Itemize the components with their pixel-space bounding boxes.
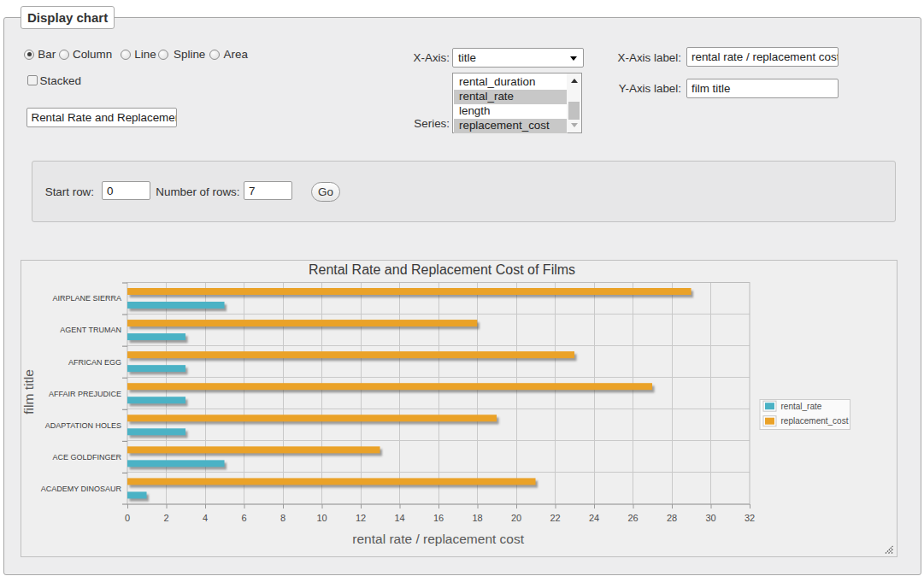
svg-text:ADAPTATION HOLES: ADAPTATION HOLES <box>45 421 121 430</box>
svg-text:10: 10 <box>316 513 327 523</box>
svg-text:film title: film title <box>21 369 36 414</box>
svg-text:Rental Rate and Replacement Co: Rental Rate and Replacement Cost of Film… <box>309 262 575 277</box>
svg-text:14: 14 <box>394 513 404 523</box>
svg-text:22: 22 <box>550 513 560 523</box>
svg-text:18: 18 <box>472 513 482 523</box>
svg-text:30: 30 <box>705 513 715 523</box>
svg-text:ACE GOLDFINGER: ACE GOLDFINGER <box>52 453 121 461</box>
svg-text:AIRPLANE SIERRA: AIRPLANE SIERRA <box>52 294 121 303</box>
svg-text:8: 8 <box>280 513 285 523</box>
svg-text:ACADEMY DINOSAUR: ACADEMY DINOSAUR <box>41 485 122 493</box>
svg-text:32: 32 <box>744 513 755 523</box>
svg-text:26: 26 <box>627 513 638 523</box>
svg-text:4: 4 <box>203 513 208 523</box>
svg-text:rental_rate: rental_rate <box>781 402 822 411</box>
svg-text:28: 28 <box>667 513 677 523</box>
svg-text:16: 16 <box>433 513 444 523</box>
svg-text:12: 12 <box>356 513 366 523</box>
svg-text:replacement_cost: replacement_cost <box>781 416 849 426</box>
svg-text:2: 2 <box>163 513 168 523</box>
svg-text:AFRICAN EGG: AFRICAN EGG <box>68 358 121 367</box>
svg-text:24: 24 <box>589 513 599 523</box>
svg-text:AFFAIR PREJUDICE: AFFAIR PREJUDICE <box>49 390 121 398</box>
svg-text:rental rate / replacement cost: rental rate / replacement cost <box>352 532 524 546</box>
svg-text:20: 20 <box>511 513 521 523</box>
svg-text:0: 0 <box>125 513 130 523</box>
svg-text:6: 6 <box>241 513 246 523</box>
svg-text:AGENT TRUMAN: AGENT TRUMAN <box>60 326 121 334</box>
